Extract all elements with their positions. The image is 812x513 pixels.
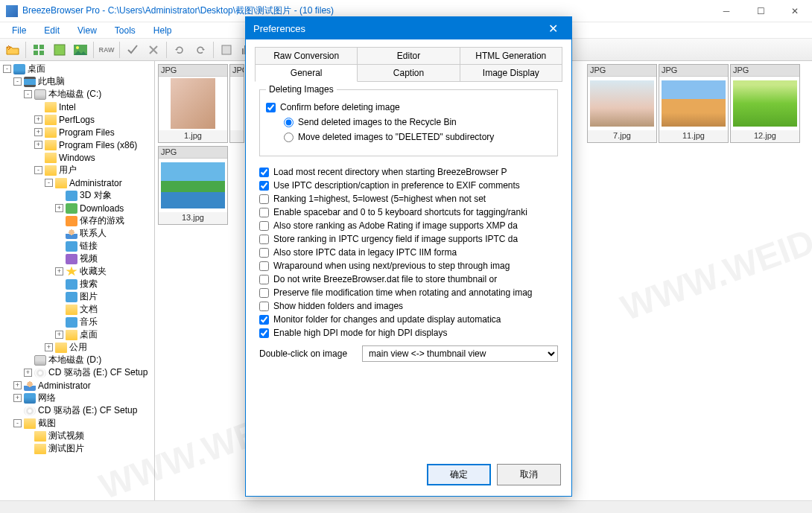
tree-expander[interactable]: + [13,394,22,402]
tree-item[interactable]: 视频 [1,252,153,265]
rotate-ccw-button[interactable] [170,41,189,59]
tree-item[interactable]: +桌面 [1,328,153,341]
properties-button[interactable] [217,41,236,59]
option-checkbox-11[interactable] [259,315,269,325]
minimize-button[interactable]: ─ [709,0,743,22]
tree-expander[interactable]: + [34,115,42,124]
tree-item[interactable]: Windows [1,151,153,164]
horizontal-scrollbar[interactable] [0,500,812,513]
single-view-button[interactable] [50,41,69,59]
folder-icon [66,330,77,340]
option-checkbox-9[interactable] [259,288,269,298]
deleted-subdir-radio[interactable] [284,133,294,142]
tree-expander[interactable]: + [55,267,63,275]
option-checkbox-3[interactable] [259,208,269,217]
cancel-button[interactable]: 取消 [497,464,561,485]
tree-item[interactable]: 测试图片 [1,442,153,455]
tree-item[interactable]: +公用 [1,341,153,354]
tab-image-display[interactable]: Image Display [460,64,562,82]
raw-button[interactable]: RAW [97,41,116,59]
landscape-icon[interactable] [71,41,90,59]
check-button[interactable] [123,41,142,59]
tree-item[interactable]: 链接 [1,240,153,252]
tree-item[interactable]: 联系人 [1,227,153,240]
thumbnail[interactable]: JPG12.jpg [730,64,800,143]
tree-item[interactable]: -Administrator [1,176,153,189]
thumbnail[interactable]: JPG11.jpg [659,64,729,143]
tree-item[interactable]: +Program Files (x86) [1,138,153,151]
tab-raw-conversion[interactable]: Raw Conversion [255,47,358,65]
tree-item[interactable]: 音乐 [1,316,153,328]
dialog-close-button[interactable]: ✕ [542,22,564,36]
tree-expander[interactable]: + [34,128,42,136]
tree-item[interactable]: +Downloads [1,202,153,214]
thumbnail[interactable]: JPG7.jpg [587,64,657,143]
option-checkbox-2[interactable] [259,194,269,204]
tab-editor[interactable]: Editor [358,47,460,65]
tree-item[interactable]: +CD 驱动器 (E:) CF Setup [1,366,153,379]
menu-tools[interactable]: Tools [107,24,143,37]
tree-expander[interactable]: + [55,331,63,339]
recycle-bin-radio[interactable] [284,118,294,127]
option-checkbox-12[interactable] [259,328,269,338]
tree-item[interactable]: 图片 [1,290,153,303]
rotate-cw-button[interactable] [191,41,210,59]
folder-tree[interactable]: -桌面-此电脑-本地磁盘 (C:)Intel+PerfLogs+Program … [0,61,155,513]
tree-expander[interactable]: - [24,90,32,98]
option-checkbox-6[interactable] [259,248,269,258]
delete-button[interactable] [144,41,163,59]
tree-item[interactable]: -截图 [1,417,153,430]
tree-expander[interactable]: + [13,381,22,389]
tree-item[interactable]: Intel [1,101,153,113]
thumbnail[interactable]: JPG [229,64,244,143]
tree-expander[interactable]: + [34,141,42,149]
option-checkbox-1[interactable] [259,181,269,191]
option-checkbox-5[interactable] [259,235,269,244]
tree-expander[interactable]: - [3,65,11,73]
tree-item[interactable]: -本地磁盘 (C:) [1,88,153,101]
close-button[interactable]: ✕ [778,0,812,22]
tree-expander[interactable]: - [13,77,22,86]
option-checkbox-8[interactable] [259,275,269,284]
grid-view-button[interactable] [29,41,48,59]
tree-item[interactable]: +Program Files [1,126,153,138]
tree-expander[interactable]: + [55,204,63,212]
option-checkbox-0[interactable] [259,168,269,177]
tree-item[interactable]: -桌面 [1,63,153,75]
tree-item[interactable]: 搜索 [1,278,153,290]
maximize-button[interactable]: ☐ [743,0,778,22]
tab-caption[interactable]: Caption [358,64,460,82]
open-folder-button[interactable] [3,41,22,59]
tree-expander[interactable]: - [13,419,22,427]
tree-item[interactable]: 3D 对象 [1,189,153,202]
ok-button[interactable]: 确定 [427,464,491,485]
menu-file[interactable]: File [4,24,34,37]
tree-expander[interactable]: + [24,369,32,377]
tree-item[interactable]: +网络 [1,392,153,404]
confirm-delete-checkbox[interactable] [266,103,276,112]
menu-edit[interactable]: Edit [37,24,67,37]
tree-item[interactable]: 文档 [1,303,153,316]
tree-item[interactable]: 保存的游戏 [1,214,153,227]
tree-item[interactable]: 本地磁盘 (D:) [1,354,153,366]
tab-general[interactable]: General [255,64,358,82]
tree-expander[interactable]: - [34,166,42,174]
tree-item[interactable]: +PerfLogs [1,113,153,126]
option-checkbox-4[interactable] [259,221,269,231]
tree-expander[interactable]: + [45,343,53,351]
thumbnail[interactable]: JPG13.jpg [158,146,228,225]
menu-view[interactable]: View [70,24,104,37]
tree-item[interactable]: +Administrator [1,379,153,392]
tree-expander[interactable]: - [45,179,53,187]
tree-item[interactable]: CD 驱动器 (E:) CF Setup [1,404,153,417]
tab-html-generation[interactable]: HTML Generation [460,47,562,65]
tree-item[interactable]: 测试视频 [1,430,153,442]
tree-item[interactable]: -用户 [1,164,153,176]
menu-help[interactable]: Help [146,24,180,37]
double-click-select[interactable]: main view <-> thumbnail view [362,345,558,362]
option-checkbox-10[interactable] [259,302,269,311]
option-checkbox-7[interactable] [259,261,269,271]
thumbnail[interactable]: JPG1.jpg [158,64,228,143]
tree-item[interactable]: -此电脑 [1,75,153,88]
tree-item[interactable]: +收藏夹 [1,265,153,278]
